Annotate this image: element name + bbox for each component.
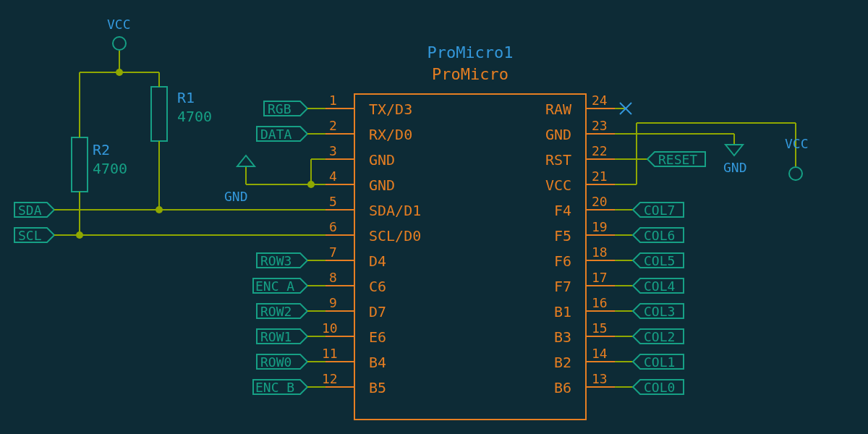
net-col2: COL2	[615, 329, 684, 344]
right-pins: 24RAW 23GND 22RST 21VCC 20F4 19F5 18F6 1…	[545, 93, 615, 396]
svg-text:1: 1	[329, 93, 337, 108]
svg-text:SDA/D1: SDA/D1	[369, 202, 421, 219]
svg-text:ROW2: ROW2	[260, 304, 292, 319]
svg-point-126	[789, 167, 802, 180]
svg-text:19: 19	[592, 219, 608, 234]
svg-text:6: 6	[329, 219, 337, 234]
svg-text:GND: GND	[723, 160, 747, 175]
net-col7: COL7	[615, 203, 684, 218]
svg-text:24: 24	[592, 93, 608, 108]
net-sda: SDA	[14, 203, 54, 218]
svg-point-106	[76, 231, 83, 239]
svg-text:COL5: COL5	[644, 253, 675, 268]
net-reset: RESET	[615, 152, 705, 167]
svg-text:RGB: RGB	[268, 101, 292, 116]
svg-text:DATA: DATA	[260, 127, 292, 142]
svg-text:COL6: COL6	[644, 228, 675, 243]
no-connect-raw	[615, 103, 631, 114]
svg-text:RST: RST	[545, 151, 571, 169]
component-type: ProMicro	[432, 65, 509, 83]
left-pins: 1TX/D3 2RX/D0 3GND 4GND 5SDA/D1 6SCL/D0 …	[322, 93, 421, 396]
schematic-canvas: ProMicro1 ProMicro 1TX/D3 2RX/D0 3GND 4G…	[0, 0, 868, 434]
svg-text:SCL/D0: SCL/D0	[369, 227, 421, 244]
net-scl: SCL	[14, 228, 54, 243]
net-rgb: RGB	[264, 101, 326, 116]
svg-text:B5: B5	[369, 379, 386, 396]
net-col3: COL3	[615, 304, 684, 319]
svg-text:8: 8	[329, 270, 337, 285]
svg-text:F4: F4	[554, 202, 571, 219]
svg-text:4: 4	[329, 169, 337, 184]
net-row0: ROW0	[257, 354, 326, 370]
svg-text:3: 3	[329, 143, 337, 158]
svg-text:VCC: VCC	[785, 136, 809, 151]
svg-text:15: 15	[592, 320, 608, 336]
svg-point-104	[116, 69, 123, 76]
svg-text:VCC: VCC	[545, 176, 571, 194]
svg-text:20: 20	[592, 194, 608, 209]
svg-text:RX/D0: RX/D0	[369, 126, 412, 143]
net-col1: COL1	[615, 354, 684, 370]
svg-text:F5: F5	[554, 227, 571, 244]
net-enc-a: ENC_A	[253, 278, 326, 294]
vcc-right: VCC	[615, 123, 809, 184]
net-col0: COL0	[615, 380, 684, 395]
svg-text:12: 12	[322, 371, 338, 386]
svg-text:13: 13	[592, 371, 608, 386]
svg-text:RESET: RESET	[658, 152, 697, 167]
svg-text:R1: R1	[177, 89, 195, 106]
svg-text:4700: 4700	[93, 160, 127, 177]
svg-text:COL7: COL7	[644, 203, 675, 218]
svg-text:7: 7	[329, 244, 337, 260]
svg-text:B1: B1	[554, 303, 571, 320]
svg-text:COL0: COL0	[644, 380, 675, 395]
svg-text:COL3: COL3	[644, 304, 675, 319]
svg-text:B4: B4	[369, 354, 386, 371]
svg-text:F7: F7	[554, 278, 571, 295]
net-col5: COL5	[615, 253, 684, 268]
gnd-left: GND	[224, 156, 326, 204]
svg-text:ROW0: ROW0	[260, 354, 292, 370]
svg-text:ROW3: ROW3	[260, 253, 292, 268]
vcc-label: VCC	[107, 17, 131, 32]
svg-text:E6: E6	[369, 328, 386, 346]
svg-text:SDA: SDA	[18, 203, 42, 218]
component-ref: ProMicro1	[427, 43, 513, 61]
svg-text:COL4: COL4	[644, 278, 675, 294]
svg-text:9: 9	[329, 295, 337, 310]
svg-text:ENC_A: ENC_A	[255, 278, 294, 294]
svg-text:SCL: SCL	[18, 228, 42, 243]
svg-text:17: 17	[592, 270, 608, 285]
svg-text:ROW1: ROW1	[260, 329, 292, 344]
svg-rect-92	[151, 87, 167, 141]
net-enc-b: ENC_B	[253, 380, 326, 395]
svg-text:ENC_B: ENC_B	[255, 380, 294, 395]
svg-text:D7: D7	[369, 303, 386, 320]
svg-text:F6: F6	[554, 252, 571, 270]
svg-text:4700: 4700	[177, 108, 212, 125]
svg-rect-97	[72, 137, 88, 192]
svg-text:RAW: RAW	[545, 101, 572, 118]
svg-text:5: 5	[329, 194, 337, 209]
svg-text:D4: D4	[369, 252, 386, 270]
svg-text:B2: B2	[554, 354, 571, 371]
svg-text:14: 14	[592, 346, 608, 361]
net-row1: ROW1	[257, 329, 326, 344]
net-col4: COL4	[615, 278, 684, 294]
net-row2: ROW2	[257, 304, 326, 319]
svg-text:18: 18	[592, 244, 608, 260]
svg-text:16: 16	[592, 295, 608, 310]
svg-text:B3: B3	[554, 328, 571, 346]
svg-point-105	[156, 206, 163, 213]
svg-text:21: 21	[592, 169, 608, 184]
svg-text:10: 10	[322, 320, 338, 336]
svg-text:C6: C6	[369, 278, 386, 295]
net-data: DATA	[257, 127, 326, 142]
svg-text:GND: GND	[224, 189, 248, 204]
svg-text:R2: R2	[93, 141, 110, 158]
svg-text:B6: B6	[554, 379, 571, 396]
svg-text:23: 23	[592, 118, 608, 133]
svg-text:22: 22	[592, 143, 608, 158]
svg-text:11: 11	[322, 346, 338, 361]
svg-text:TX/D3: TX/D3	[369, 101, 412, 118]
